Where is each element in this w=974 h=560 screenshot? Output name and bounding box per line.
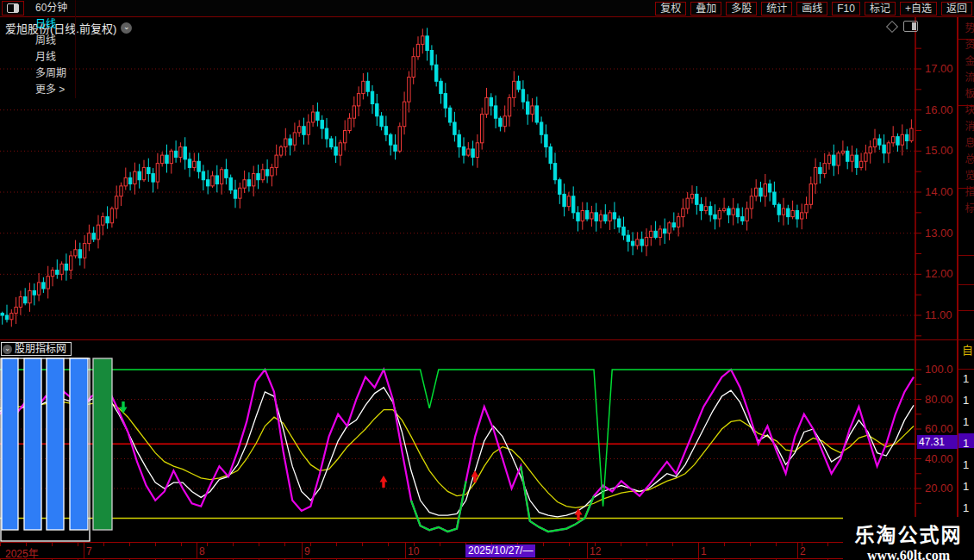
x-minor-tick	[181, 543, 182, 546]
j-line-oversold-green	[521, 466, 594, 532]
x-minor-tick	[440, 543, 440, 546]
month-separator-tick	[405, 543, 406, 558]
x-minor-tick	[284, 543, 285, 546]
layout-split-icon-button[interactable]	[2, 1, 24, 16]
x-minor-tick	[776, 543, 777, 546]
toolbar-button-0[interactable]: 复权	[655, 2, 686, 16]
x-minor-tick	[52, 543, 53, 546]
sidebar-separator	[958, 39, 974, 40]
green-column	[93, 358, 112, 530]
x-minor-tick	[310, 543, 311, 546]
svg-text:12.00: 12.00	[925, 267, 953, 280]
blue-column	[47, 358, 64, 530]
sidebar-separator	[958, 188, 974, 189]
trading-app-window: 分时1分钟5分钟15分钟30分钟60分钟日线周线月线多周期更多 > 复权叠加多股…	[0, 0, 974, 560]
sidebar-partial-digit: 1	[963, 458, 969, 471]
blue-column	[70, 358, 88, 530]
x-minor-tick	[388, 543, 389, 546]
pane-divider-line	[0, 339, 957, 340]
toolbar-right-buttons: 复权叠加多股统计画线F10标记+自选返回	[651, 2, 974, 16]
indicator-header[interactable]: ⌄ 股朋指标网	[1, 342, 72, 356]
toolbar-button-2[interactable]: 多股	[726, 2, 757, 16]
d-line	[0, 402, 914, 507]
month-separator-tick	[197, 543, 197, 558]
x-minor-tick	[129, 543, 130, 546]
svg-text:80.00: 80.00	[925, 393, 953, 406]
sidebar-partial-digit: 1	[963, 415, 969, 428]
svg-text:40.00: 40.00	[925, 452, 953, 465]
sidebar-separator	[958, 284, 974, 285]
month-label-12: 12	[590, 545, 601, 557]
x-axis: 2025年 2025/10/27/— 789101212	[0, 542, 957, 560]
blue-column	[24, 358, 41, 530]
sidebar-separator	[958, 339, 974, 340]
sidebar-partial-digit: 1	[963, 372, 969, 385]
x-minor-tick	[78, 543, 78, 546]
toolbar-button-8[interactable]: 返回	[941, 2, 972, 16]
sidebar-separator	[958, 369, 974, 370]
month-separator-tick	[698, 543, 699, 558]
month-separator-tick	[84, 543, 84, 558]
watermark: 乐淘公式网 www.60lt.com	[843, 517, 974, 560]
month-label-7: 7	[86, 545, 92, 557]
right-sidebar-strip[interactable]: 势资金流板块消息总览指标 自 11111111	[957, 17, 974, 560]
x-minor-tick	[155, 543, 156, 546]
x-minor-tick	[0, 543, 1, 546]
x-minor-tick	[827, 543, 828, 546]
candles	[1, 28, 913, 327]
month-label-1: 1	[701, 545, 707, 557]
toolbar-period-item-6[interactable]: 日线	[28, 16, 76, 33]
svg-text:11.00: 11.00	[925, 308, 952, 321]
svg-text:17.00: 17.00	[925, 62, 953, 75]
svg-text:15.00: 15.00	[925, 144, 953, 157]
watermark-site-name: 乐淘公式网	[843, 519, 974, 548]
svg-text:20.00: 20.00	[925, 482, 953, 495]
sidebar-separator	[958, 255, 974, 256]
toolbar-button-4[interactable]: 画线	[796, 2, 827, 16]
x-minor-tick	[672, 543, 673, 546]
month-separator-tick	[302, 543, 303, 558]
sidebar-vertical-text: 势资金流板块消息总览指标	[962, 22, 974, 324]
diamond-icon[interactable]	[886, 20, 898, 32]
chart-corner-icons	[888, 21, 918, 32]
month-separator-tick	[587, 543, 588, 558]
svg-text:14.00: 14.00	[925, 185, 953, 198]
month-label-9: 9	[304, 545, 310, 557]
toolbar-period-item-8[interactable]: 月线	[28, 49, 76, 65]
upper-green-line	[0, 370, 914, 507]
pane-layout-icon[interactable]	[903, 21, 918, 32]
period-tabs: 分时1分钟5分钟15分钟30分钟60分钟日线周线月线多周期更多 >	[28, 0, 76, 98]
title-chevron-down-icon[interactable]: ⌄	[121, 22, 132, 34]
indicator-chart[interactable]: 100.080.0060.0040.0020.00	[0, 340, 957, 542]
month-label-10: 10	[408, 545, 419, 557]
x-minor-tick	[233, 543, 234, 546]
x-minor-tick	[621, 543, 621, 546]
x-minor-tick	[362, 543, 363, 546]
highlighted-date-badge: 2025/10/27/—	[465, 544, 535, 557]
toolbar-button-6[interactable]: 标记	[865, 2, 896, 16]
toolbar-period-item-7[interactable]: 周线	[28, 33, 76, 49]
svg-text:100.0: 100.0	[925, 363, 953, 376]
toolbar-period-item-9[interactable]: 多周期	[28, 65, 76, 82]
blue-column	[2, 358, 18, 530]
x-minor-tick	[207, 543, 208, 546]
toolbar-button-7[interactable]: +自选	[900, 2, 937, 16]
bottom-border-line	[0, 558, 957, 559]
toolbar-period-item-5[interactable]: 60分钟	[28, 0, 76, 16]
toolbar-button-5[interactable]: F10	[832, 2, 860, 16]
sidebar-separator	[958, 310, 974, 311]
month-label-2: 2	[800, 545, 806, 557]
svg-text:16.00: 16.00	[925, 103, 953, 116]
toolbar-button-3[interactable]: 统计	[761, 2, 792, 16]
sidebar-partial-digit: 1	[963, 437, 969, 450]
x-minor-tick	[569, 543, 570, 546]
sidebar-highlight-char: 自	[962, 341, 973, 358]
toolbar-period-item-10[interactable]: 更多 >	[28, 82, 76, 98]
indicator-chevron-down-icon[interactable]: ⌄	[3, 345, 12, 354]
x-minor-tick	[750, 543, 751, 546]
x-minor-tick	[26, 543, 27, 546]
main-price-chart[interactable]: 17.0016.0015.0014.0013.0012.0011.00	[0, 17, 957, 340]
layout-split-icon	[7, 3, 19, 13]
toolbar-button-1[interactable]: 叠加	[690, 2, 721, 16]
x-minor-tick	[336, 543, 337, 546]
